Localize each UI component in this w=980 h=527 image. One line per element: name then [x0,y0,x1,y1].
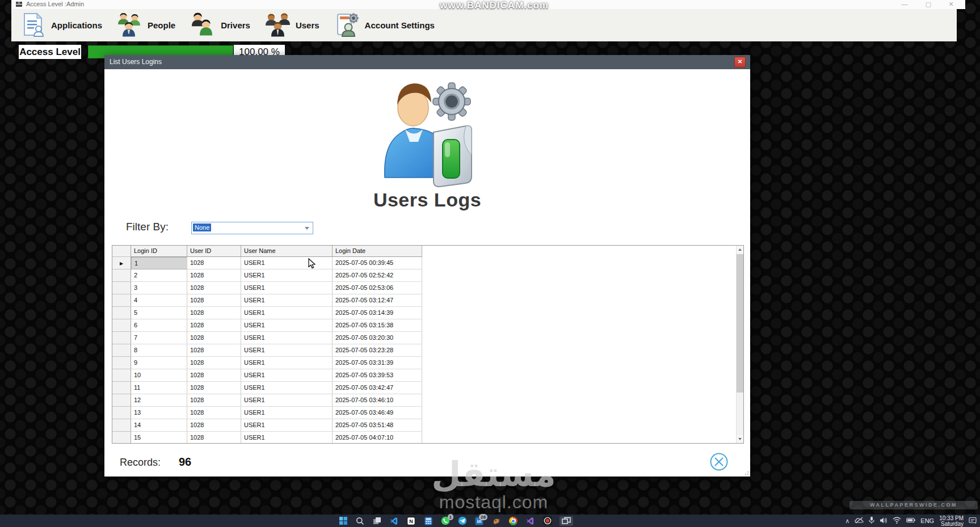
cell[interactable]: USER1 [241,269,333,282]
cell[interactable]: 14 [131,419,187,432]
row-header-stub[interactable] [112,394,131,407]
cell[interactable]: 2025-07-05 03:46:49 [333,407,422,419]
row-header-stub[interactable]: ▶ [112,257,131,269]
taskbar-icon-squirrel[interactable] [491,516,501,526]
cell[interactable]: 2025-07-05 03:31:39 [333,357,422,369]
volume-icon[interactable] [880,517,888,525]
taskbar-icon-notion[interactable]: N [406,516,416,526]
cell[interactable]: 2025-07-05 03:12:47 [333,294,422,307]
cell[interactable]: 9 [131,357,187,369]
toolbar-item-account-settings[interactable]: Account Settings [334,12,435,38]
cell[interactable]: USER1 [241,419,333,432]
taskbar-icon-linkedin[interactable]: in28 [474,516,484,526]
minimize-button[interactable]: — [896,0,913,9]
row-header-stub[interactable] [112,282,131,294]
column-header[interactable]: Login Date [333,246,422,257]
toolbar-item-users[interactable]: Users [265,12,319,38]
cell[interactable]: 2025-07-05 03:14:39 [333,307,422,319]
filter-dropdown[interactable]: None [191,222,313,234]
cell[interactable]: 1028 [187,407,241,419]
table-row[interactable]: 41028USER12025-07-05 03:12:47 [112,294,743,307]
table-row[interactable]: 31028USER12025-07-05 02:53:06 [112,282,743,294]
cell[interactable]: 2025-07-05 00:39:45 [333,257,422,269]
table-row[interactable]: 131028USER12025-07-05 03:46:49 [112,407,743,419]
cell[interactable]: USER1 [241,357,333,369]
onedrive-paused-icon[interactable] [855,517,864,525]
cell[interactable]: 1028 [187,432,241,444]
cell[interactable]: USER1 [241,319,333,332]
scrollbar-thumb[interactable] [737,254,743,393]
table-row[interactable]: 91028USER12025-07-05 03:31:39 [112,357,743,369]
cell[interactable]: 6 [131,319,187,332]
cell[interactable]: 2025-07-05 03:23:28 [333,344,422,357]
cell[interactable]: USER1 [241,369,333,382]
taskbar-icon-vscode[interactable] [389,516,399,526]
cell[interactable]: USER1 [241,294,333,307]
taskbar-icon-whatsapp[interactable]: 1 [440,516,450,526]
exit-circle-button[interactable] [709,452,729,471]
row-header-stub[interactable] [112,294,131,307]
table-row[interactable]: 51028USER12025-07-05 03:14:39 [112,307,743,319]
cell[interactable]: 8 [131,344,187,357]
tray-expand-chevron-icon[interactable]: ∧ [845,517,849,525]
column-header[interactable]: User Name [241,246,333,257]
cell[interactable]: 1 [131,257,187,269]
dialog-resize-grip[interactable] [743,469,748,475]
cell[interactable]: 13 [131,407,187,419]
table-row[interactable]: 121028USER12025-07-05 03:46:10 [112,394,743,407]
row-header-stub[interactable] [112,307,131,319]
cell[interactable]: 5 [131,307,187,319]
notifications-icon[interactable] [969,517,977,525]
cell[interactable]: 2025-07-05 03:46:10 [333,394,422,407]
cell[interactable]: 1028 [187,394,241,407]
cell[interactable]: USER1 [241,257,333,269]
taskbar-icon-active-app[interactable] [560,516,573,526]
table-row[interactable]: 141028USER12025-07-05 03:51:48 [112,419,743,432]
cell[interactable]: 1028 [187,319,241,332]
taskbar-icon-telegram[interactable] [457,516,467,526]
cell[interactable]: 1028 [187,282,241,294]
column-header[interactable]: Login ID [131,246,187,257]
cell[interactable]: 2025-07-05 02:53:06 [333,282,422,294]
cell[interactable]: USER1 [241,344,333,357]
cell[interactable]: 1028 [187,294,241,307]
row-header-stub[interactable] [112,432,131,444]
cell[interactable]: USER1 [241,394,333,407]
taskbar-icon-start[interactable] [338,516,348,526]
cell[interactable]: 11 [131,382,187,394]
cell[interactable]: 1028 [187,419,241,432]
cell[interactable]: 1028 [187,382,241,394]
table-row[interactable]: 101028USER12025-07-05 03:39:53 [112,369,743,382]
cell[interactable]: USER1 [241,282,333,294]
scroll-up-button[interactable] [737,246,743,254]
scroll-down-button[interactable] [737,435,743,443]
cell[interactable]: 1028 [187,257,241,269]
language-indicator[interactable]: ENG [920,517,934,524]
row-header-stub[interactable] [112,357,131,369]
row-header-stub[interactable] [112,382,131,394]
taskbar-icon-chrome[interactable] [508,516,518,526]
cell[interactable]: USER1 [241,307,333,319]
dialog-titlebar[interactable]: List Users Logins ✕ [104,55,750,69]
wifi-icon[interactable] [893,517,901,525]
cell[interactable]: 2025-07-05 03:39:53 [333,369,422,382]
row-header-stub[interactable] [112,269,131,282]
cell[interactable]: 4 [131,294,187,307]
cell[interactable]: 7 [131,332,187,344]
maximize-button[interactable]: ▢ [920,0,937,9]
cell[interactable]: 1028 [187,344,241,357]
cell[interactable]: 1028 [187,357,241,369]
dialog-close-button[interactable]: ✕ [734,57,746,68]
cell[interactable]: 1028 [187,269,241,282]
cell[interactable]: 15 [131,432,187,444]
cell[interactable]: 1028 [187,307,241,319]
cell[interactable]: 2025-07-05 02:52:42 [333,269,422,282]
row-header-stub[interactable] [112,344,131,357]
toolbar-item-applications[interactable]: Applications [20,12,102,38]
cell[interactable]: 2025-07-05 04:07:10 [333,432,422,444]
taskbar-icon-windows-stack[interactable] [372,516,382,526]
microphone-icon[interactable] [869,516,874,525]
grid-vertical-scrollbar[interactable] [736,246,743,443]
cell[interactable]: 1028 [187,332,241,344]
cell[interactable]: 2 [131,269,187,282]
